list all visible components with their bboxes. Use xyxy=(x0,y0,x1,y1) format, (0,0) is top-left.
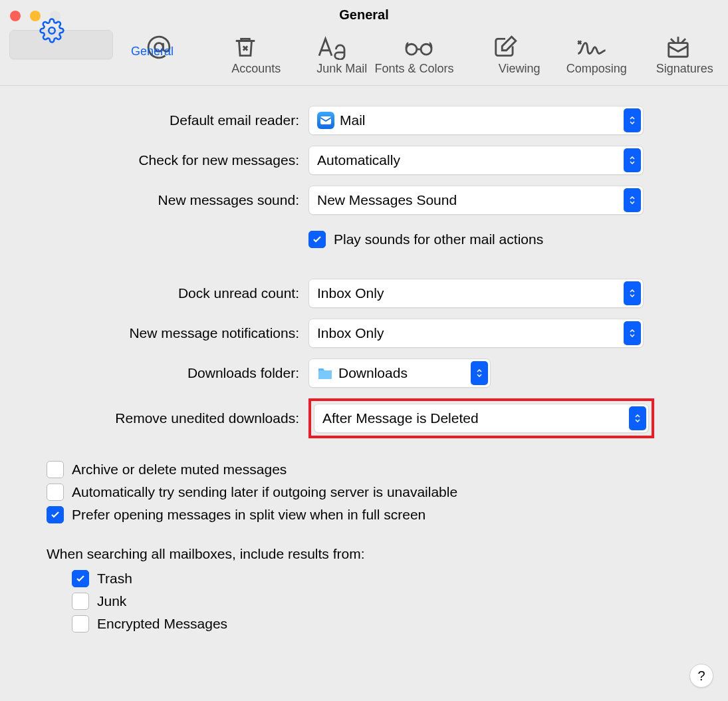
checkbox-label: Junk xyxy=(97,593,126,609)
close-window-button[interactable] xyxy=(10,11,21,21)
checkbox-icon xyxy=(72,615,89,632)
select-downloads-folder[interactable]: Downloads xyxy=(308,358,491,388)
signature-icon xyxy=(575,34,608,61)
select-value: New Messages Sound xyxy=(317,192,457,208)
svg-rect-4 xyxy=(669,43,688,57)
label-default-reader: Default email reader: xyxy=(47,112,308,128)
window-title: General xyxy=(339,7,388,23)
checkbox-play-sounds[interactable]: Play sounds for other mail actions xyxy=(308,231,543,248)
svg-point-3 xyxy=(421,44,431,55)
label-new-sound: New messages sound: xyxy=(47,192,308,208)
svg-rect-6 xyxy=(318,370,332,379)
tab-label: General xyxy=(0,45,183,59)
checkbox-include-junk[interactable]: Junk xyxy=(72,593,681,610)
checkbox-label: Automatically try sending later if outgo… xyxy=(72,484,457,500)
chevron-up-down-icon xyxy=(624,188,641,212)
titlebar: General xyxy=(0,0,728,30)
search-heading: When searching all mailboxes, include re… xyxy=(47,546,681,562)
mail-app-icon xyxy=(317,112,334,129)
help-button[interactable]: ? xyxy=(689,664,713,688)
select-new-notif[interactable]: Inbox Only xyxy=(308,319,644,348)
checkbox-label: Play sounds for other mail actions xyxy=(334,231,543,247)
select-value: Inbox Only xyxy=(317,285,384,301)
checkbox-include-trash[interactable]: Trash xyxy=(72,570,681,587)
general-pane: Default email reader: Mail Check for new… xyxy=(0,86,728,651)
chevron-up-down-icon xyxy=(624,321,641,345)
select-value: Mail xyxy=(340,112,366,128)
chevron-up-down-icon xyxy=(624,281,641,305)
chevron-up-down-icon xyxy=(629,406,646,430)
preferences-toolbar: General Accounts Junk Mail Fonts & Color… xyxy=(0,30,728,86)
label-downloads-folder: Downloads folder: xyxy=(47,365,308,381)
chevron-up-down-icon xyxy=(624,108,641,132)
svg-point-2 xyxy=(406,44,417,55)
select-default-reader[interactable]: Mail xyxy=(308,106,644,135)
trash-x-icon xyxy=(233,34,258,61)
rules-icon xyxy=(666,34,691,61)
svg-point-0 xyxy=(49,27,55,34)
checkbox-icon xyxy=(47,484,64,501)
preferences-window: General General Accounts Junk Mail Fonts… xyxy=(0,0,728,701)
checkbox-icon xyxy=(47,506,64,523)
checkbox-label: Prefer opening messages in split view wh… xyxy=(72,507,425,523)
folder-icon xyxy=(317,366,333,380)
checkbox-label: Archive or delete muted messages xyxy=(72,462,287,478)
help-label: ? xyxy=(697,668,705,684)
select-value: Automatically xyxy=(317,152,400,168)
label-remove-unedited: Remove unedited downloads: xyxy=(47,410,308,426)
glasses-icon xyxy=(402,34,435,61)
checkbox-auto-retry[interactable]: Automatically try sending later if outgo… xyxy=(47,484,681,501)
font-icon xyxy=(315,34,348,61)
select-new-sound[interactable]: New Messages Sound xyxy=(308,186,644,215)
label-dock-unread: Dock unread count: xyxy=(47,285,308,301)
chevron-up-down-icon xyxy=(471,361,488,385)
tab-rules[interactable]: Rules xyxy=(638,30,719,78)
label-check-new: Check for new messages: xyxy=(47,152,308,168)
compose-icon xyxy=(493,34,518,61)
select-dock-unread[interactable]: Inbox Only xyxy=(308,279,644,308)
tab-general[interactable]: General xyxy=(9,30,113,59)
gear-icon xyxy=(39,18,64,43)
select-value: Downloads xyxy=(338,365,408,381)
tab-label: Rules xyxy=(547,62,728,76)
checkbox-icon xyxy=(72,593,89,610)
svg-rect-5 xyxy=(320,116,331,124)
chevron-up-down-icon xyxy=(624,148,641,172)
checkbox-label: Encrypted Messages xyxy=(97,616,227,632)
select-value: Inbox Only xyxy=(317,325,384,341)
select-remove-unedited[interactable]: After Message is Deleted xyxy=(314,404,649,433)
checkbox-label: Trash xyxy=(97,571,132,587)
checkbox-include-encrypted[interactable]: Encrypted Messages xyxy=(72,615,681,632)
select-check-new[interactable]: Automatically xyxy=(308,146,644,175)
select-value: After Message is Deleted xyxy=(322,410,479,426)
checkbox-archive-muted[interactable]: Archive or delete muted messages xyxy=(47,461,681,478)
highlight-box: After Message is Deleted xyxy=(308,398,654,438)
checkbox-icon xyxy=(308,231,326,248)
label-new-notif: New message notifications: xyxy=(47,325,308,341)
checkbox-icon xyxy=(47,461,64,478)
checkbox-split-view[interactable]: Prefer opening messages in split view wh… xyxy=(47,506,681,523)
checkbox-icon xyxy=(72,570,89,587)
